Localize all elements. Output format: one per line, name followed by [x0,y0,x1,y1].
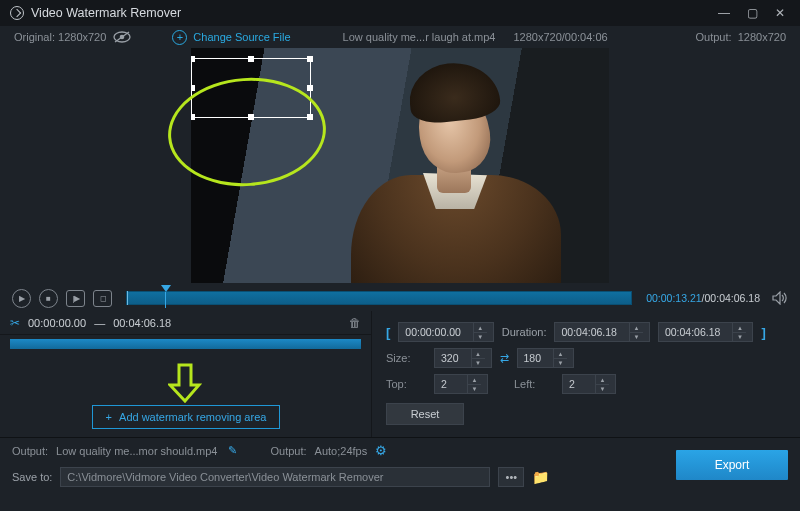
output-resolution: 1280x720 [738,31,786,43]
size-label: Size: [386,352,426,364]
resize-handle[interactable] [307,114,313,120]
range-end-bracket[interactable]: ] [761,325,765,340]
plus-icon: + [106,411,112,423]
open-folder-icon[interactable]: 📁 [532,469,549,485]
duration-label: Duration: [502,326,547,338]
resize-handle[interactable] [191,114,195,120]
export-button[interactable]: Export [676,450,788,480]
segment-separator: — [94,317,105,329]
plus-circle-icon: + [172,30,187,45]
output-label: Output: [695,31,731,43]
add-watermark-area-button[interactable]: + Add watermark removing area [92,405,280,429]
delete-segment-icon[interactable]: 🗑 [349,316,361,330]
top-label: Top: [386,378,426,390]
timecode: 00:00:13.21/00:04:06.18 [646,292,760,304]
resize-handle[interactable] [307,85,313,91]
app-title: Video Watermark Remover [31,6,181,20]
save-path-field[interactable]: C:\Vidmore\Vidmore Video Converter\Video… [60,467,490,487]
close-button[interactable]: ✕ [766,3,794,23]
timecode-current: 00:00:13.21 [646,292,701,304]
resize-handle[interactable] [191,85,195,91]
playhead[interactable] [161,285,171,308]
browse-path-button[interactable]: ••• [498,467,524,487]
timecode-total: 00:04:06.18 [705,292,760,304]
stop-button[interactable]: ■ [39,289,58,308]
output-settings-icon[interactable]: ⚙ [375,443,387,458]
output-format-label: Output: [271,445,307,457]
segment-end: 00:04:06.18 [113,317,171,329]
save-bar: Save to: C:\Vidmore\Vidmore Video Conver… [0,463,800,491]
original-label: Original: [14,31,55,43]
range-start-bracket[interactable]: [ [386,325,390,340]
transport-bar: ▶ ■ |▶ ◻ 00:00:13.21/00:04:06.18 [0,283,800,311]
original-resolution: 1280x720 [58,31,106,43]
properties-panel: [ 00:00:00.00▲▼ Duration: 00:04:06.18▲▼ … [372,311,800,437]
save-to-label: Save to: [12,471,52,483]
output-file-name: Low quality me...mor should.mp4 [56,445,217,457]
aspect-lock-icon[interactable]: ⇄ [500,352,509,365]
output-file-label: Output: [12,445,48,457]
range-start-field[interactable]: 00:00:00.00▲▼ [398,322,493,342]
volume-icon[interactable] [772,291,788,305]
resize-handle[interactable] [248,114,254,120]
segment-bar[interactable] [10,339,361,349]
preview-area [0,48,800,283]
minimize-button[interactable]: — [710,3,738,23]
play-button[interactable]: ▶ [12,289,31,308]
output-format-value: Auto;24fps [315,445,368,457]
next-frame-button[interactable]: |▶ [66,290,85,307]
resize-handle[interactable] [191,56,195,62]
source-filename: Low quality me...r laugh at.mp4 [343,31,496,43]
change-source-label: Change Source File [193,31,290,43]
video-frame-content [351,60,551,283]
watermark-selection-box[interactable] [191,58,311,118]
lower-panels: ✂ 00:00:00.00 — 00:04:06.18 🗑 + Add wate… [0,311,800,437]
resize-handle[interactable] [307,56,313,62]
top-field[interactable]: 2▲▼ [434,374,488,394]
width-field[interactable]: 320▲▼ [434,348,492,368]
app-logo-icon [10,6,24,20]
rename-output-icon[interactable]: ✎ [228,444,237,457]
add-watermark-area-label: Add watermark removing area [119,411,266,423]
annotation-arrow [168,363,202,403]
segments-panel: ✂ 00:00:00.00 — 00:04:06.18 🗑 + Add wate… [0,311,372,437]
info-row: Original: 1280x720 + Change Source File … [0,26,800,48]
snapshot-button[interactable]: ◻ [93,290,112,307]
reset-button[interactable]: Reset [386,403,464,425]
video-preview[interactable] [191,48,609,283]
resize-handle[interactable] [248,56,254,62]
height-field[interactable]: 180▲▼ [517,348,575,368]
change-source-button[interactable]: + Change Source File [172,30,290,45]
left-label: Left: [514,378,554,390]
segment-row[interactable]: ✂ 00:00:00.00 — 00:04:06.18 🗑 [0,311,371,335]
timeline-scrubber[interactable] [126,291,632,305]
segment-start: 00:00:00.00 [28,317,86,329]
preview-toggle-icon[interactable] [112,31,132,43]
source-meta: 1280x720/00:04:06 [513,31,607,43]
title-bar: Video Watermark Remover — ▢ ✕ [0,0,800,26]
range-end-field[interactable]: 00:04:06.18▲▼ [658,322,753,342]
left-field[interactable]: 2▲▼ [562,374,616,394]
scissors-icon: ✂ [10,316,20,330]
duration-field[interactable]: 00:04:06.18▲▼ [554,322,649,342]
maximize-button[interactable]: ▢ [738,3,766,23]
